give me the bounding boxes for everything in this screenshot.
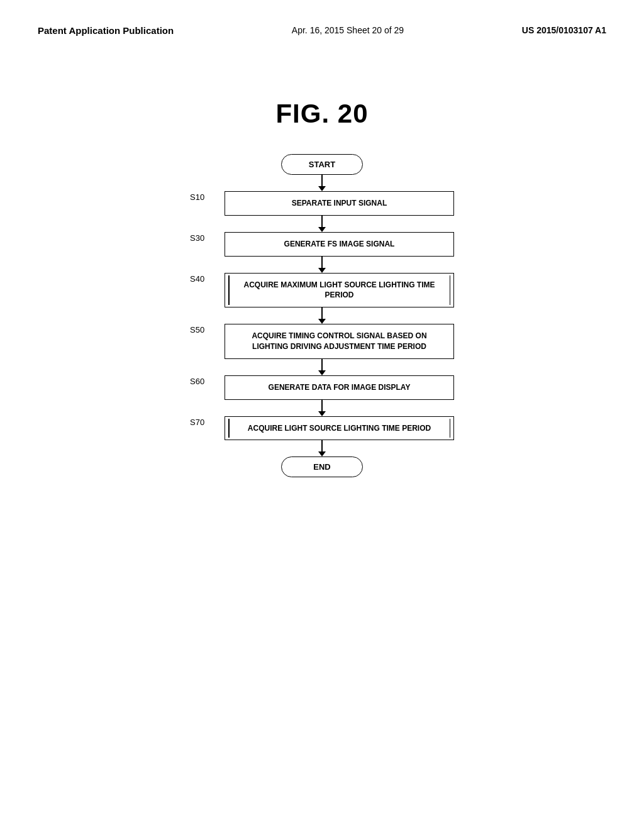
page-header: Patent Application Publication Apr. 16, … (0, 0, 644, 48)
step-box-s10: SEPARATE INPUT SIGNAL (225, 191, 454, 216)
start-row: START (190, 154, 454, 175)
start-node: START (281, 154, 363, 175)
step-box-s60: GENERATE DATA FOR IMAGE DISPLAY (225, 375, 454, 400)
arrow-line (321, 257, 323, 268)
step-s40: S40 ACQUIRE MAXIMUM LIGHT SOURCE LIGHTIN… (190, 273, 454, 308)
step-label-s10: S10 (190, 191, 225, 202)
arrow-head (318, 227, 326, 232)
arrow-4 (190, 359, 454, 375)
arrow-head (318, 186, 326, 191)
arrow-head (318, 319, 326, 324)
end-row: END (190, 456, 454, 477)
arrow-line (321, 175, 323, 186)
step-label-s50: S50 (190, 324, 225, 335)
arrow-line (321, 307, 323, 319)
step-label-s70: S70 (190, 416, 225, 427)
step-s60: S60 GENERATE DATA FOR IMAGE DISPLAY (190, 375, 454, 400)
arrow-6 (190, 440, 454, 456)
step-label-s30: S30 (190, 232, 225, 243)
step-s10: S10 SEPARATE INPUT SIGNAL (190, 191, 454, 216)
arrow-head (318, 411, 326, 416)
arrow-3 (190, 307, 454, 324)
arrow-1 (190, 216, 454, 232)
figure-title: FIG. 20 (0, 99, 644, 129)
header-right: US 2015/0103107 A1 (522, 25, 606, 35)
arrow-2 (190, 257, 454, 273)
arrow-head (318, 370, 326, 375)
step-label-s40: S40 (190, 273, 225, 284)
arrow-0 (190, 175, 454, 191)
arrow-head (318, 451, 326, 456)
step-box-s30: GENERATE FS IMAGE SIGNAL (225, 232, 454, 257)
arrow-line (321, 359, 323, 370)
step-box-s70: ACQUIRE LIGHT SOURCE LIGHTING TIME PERIO… (225, 416, 454, 441)
step-s50: S50 ACQUIRE TIMING CONTROL SIGNAL BASED … (190, 324, 454, 359)
flowchart: START S10 SEPARATE INPUT SIGNAL S30 GENE… (0, 154, 644, 515)
header-center: Apr. 16, 2015 Sheet 20 of 29 (292, 25, 404, 35)
step-s30: S30 GENERATE FS IMAGE SIGNAL (190, 232, 454, 257)
arrow-head (318, 268, 326, 273)
step-box-s50: ACQUIRE TIMING CONTROL SIGNAL BASED ON L… (225, 324, 454, 359)
header-left: Patent Application Publication (38, 25, 174, 36)
arrow-5 (190, 400, 454, 416)
arrow-line (321, 440, 323, 451)
step-box-s40: ACQUIRE MAXIMUM LIGHT SOURCE LIGHTING TI… (225, 273, 454, 308)
step-label-s60: S60 (190, 375, 225, 386)
arrow-line (321, 216, 323, 227)
arrow-line (321, 400, 323, 411)
step-s70: S70 ACQUIRE LIGHT SOURCE LIGHTING TIME P… (190, 416, 454, 441)
end-node: END (281, 456, 363, 477)
